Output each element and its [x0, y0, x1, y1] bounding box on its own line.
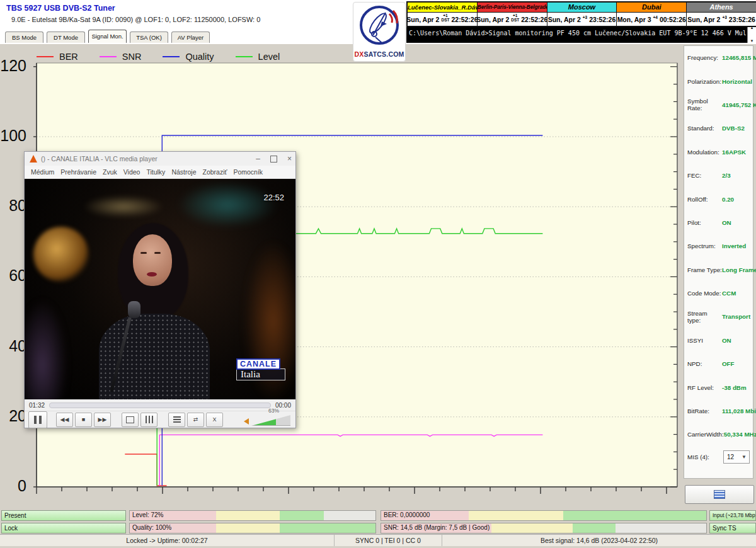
- parameter-value: 16APSK: [722, 149, 750, 156]
- clock-moscow: MoscowSun, Apr 2+323:52:26: [547, 3, 617, 26]
- parameter-row: Frequency:12465,815 MHz: [684, 46, 753, 69]
- seek-bar[interactable]: [49, 402, 271, 408]
- minimize-button[interactable]: –: [256, 154, 260, 163]
- menu-video[interactable]: Video: [123, 168, 140, 176]
- parameter-label: Symbol Rate:: [687, 98, 722, 111]
- meter-zone-yellow: [216, 511, 280, 520]
- microphone: [128, 301, 140, 318]
- close-button[interactable]: ×: [287, 154, 292, 163]
- maximize-button[interactable]: [270, 156, 277, 163]
- parameter-row: Standard:DVB-S2: [684, 117, 753, 140]
- vlc-cone-icon: [30, 155, 37, 163]
- parameter-value: ON: [722, 219, 750, 226]
- meter-label: BER: 0,0000000: [384, 511, 430, 518]
- parameter-value: 41945,752 KS/s: [722, 101, 756, 108]
- parameter-value: Inverted: [722, 243, 750, 249]
- menu-n-stroje[interactable]: Nástroje: [171, 168, 196, 176]
- parameter-label: FEC:: [687, 172, 722, 179]
- clock-berlin-paris-vienna-belgrade: Berlin-Paris-Vienna-BelgradeSun, Apr 2+1…: [478, 3, 547, 26]
- parameter-row: FEC:2/3: [684, 164, 753, 187]
- y-axis-label: 120: [0, 57, 26, 75]
- loop-button[interactable]: ⇄: [187, 413, 204, 427]
- vlc-window[interactable]: () - CANALE ITALIA - VLC media player – …: [24, 151, 296, 428]
- tab-bs-mode[interactable]: BS Mode: [5, 31, 43, 43]
- meter-label: Quality: 100%: [132, 524, 171, 531]
- meter-zone-green: [573, 523, 615, 533]
- parameter-label: ISSYI: [687, 337, 722, 344]
- console-scrollbar[interactable]: ▲ ▼: [747, 26, 756, 43]
- next-button[interactable]: ▶▶: [94, 413, 111, 427]
- menu-zvuk[interactable]: Zvuk: [103, 168, 117, 176]
- tab-dt-mode[interactable]: DT Mode: [47, 31, 85, 43]
- y-axis-label: 60: [0, 266, 26, 285]
- speaker-icon[interactable]: [244, 418, 249, 425]
- world-clocks-panel: Lučenec-Slovakia_R.DávidSun, Apr 2+1DST2…: [406, 1, 756, 27]
- pause-button[interactable]: [28, 411, 47, 428]
- singer-eye: [140, 252, 147, 254]
- fullscreen-button[interactable]: [122, 413, 139, 427]
- y-axis-label: 20: [0, 407, 26, 425]
- menu-zobrazi-[interactable]: Zobraziť: [202, 168, 227, 176]
- scroll-down-icon[interactable]: ▼: [750, 39, 754, 43]
- table-view-button[interactable]: [685, 485, 754, 504]
- console-window[interactable]: C:\Users\Roman Dávid>Signal monitoring_P…: [406, 26, 756, 43]
- equalizer-button[interactable]: [140, 413, 158, 427]
- volume-control[interactable]: 63%: [244, 415, 290, 426]
- console-command-text: C:\Users\Roman Dávid>Signal monitoring_P…: [409, 30, 746, 37]
- clock-time: Sun, Apr 2+323:52:26: [547, 13, 617, 26]
- parameter-value: Horizontal: [722, 78, 752, 85]
- parameter-label: Standard:: [687, 125, 722, 132]
- parameter-row: Spectrum:Inverted: [684, 234, 753, 258]
- status-best-signal: Best signal: 14,6 dB (2023-04-02 22:50): [442, 535, 756, 546]
- stop-button[interactable]: ■: [75, 413, 92, 427]
- canale-italia-logo: CANALE Italia: [236, 358, 285, 380]
- level-meter: Level: 72%: [129, 510, 376, 521]
- meter-zone-yellow: [216, 523, 280, 533]
- shuffle-button[interactable]: X: [206, 413, 223, 427]
- parameter-value: OFF: [722, 360, 750, 367]
- vlc-controls: ◀◀ ■ ▶▶ ⇄ X 63%: [25, 411, 295, 428]
- menu-titulky[interactable]: Titulky: [146, 168, 165, 176]
- parameter-value: 2/3: [722, 172, 750, 179]
- parameter-label: Polarization:: [687, 78, 722, 85]
- mis-label: MIS (4):: [687, 454, 722, 460]
- tab-av-player[interactable]: AV Player: [171, 31, 210, 43]
- logo-text: DXSATCS.COM: [353, 50, 405, 58]
- parameter-value: -38 dBm: [722, 384, 750, 391]
- vlc-video-area[interactable]: 22:52 CANALE Italia: [25, 179, 295, 399]
- parameter-label: Pilot:: [687, 219, 722, 226]
- playlist-button[interactable]: [168, 413, 185, 427]
- menu-pomocn-k[interactable]: Pomocník: [233, 168, 263, 176]
- parameter-label: Modulation:: [687, 149, 722, 156]
- parameter-value: ON: [722, 337, 750, 344]
- meter-zone-gray: [324, 511, 375, 520]
- cymbal: [83, 195, 164, 218]
- vlc-titlebar[interactable]: () - CANALE ITALIA - VLC media player – …: [25, 152, 295, 166]
- sync-ts-indicator: Sync TS: [709, 523, 756, 534]
- parameter-row: ISSYION: [684, 329, 753, 352]
- satellite-dish-logo-icon: [354, 3, 404, 49]
- tab-signal-mon-[interactable]: Signal Mon.: [88, 30, 127, 43]
- menu-prehr-vanie[interactable]: Prehrávanie: [60, 168, 96, 176]
- tab-tsa-ok-[interactable]: TSA (OK): [130, 31, 168, 43]
- mis-dropdown[interactable]: 12 ▼: [723, 450, 750, 464]
- clock-time: Sun, Apr 2+323:52:26: [687, 13, 756, 26]
- parameter-row: CarrierWidth:50,334 MHz: [684, 423, 753, 446]
- parameter-label: RF Level:: [687, 384, 722, 391]
- lock-indicator: Lock: [1, 523, 126, 534]
- parameter-row: Symbol Rate:41945,752 KS/s: [684, 93, 753, 117]
- signal-parameters-panel: Frequency:12465,815 MHzPolarization:Hori…: [684, 45, 753, 479]
- clock-time: Sun, Apr 2+1DST22:52:26: [408, 13, 477, 26]
- volume-slider[interactable]: [251, 415, 290, 426]
- y-axis-label: 100: [0, 127, 26, 145]
- previous-button[interactable]: ◀◀: [56, 413, 73, 427]
- drum: [33, 227, 89, 282]
- parameter-row: Frame Type:Long Frame: [684, 258, 753, 282]
- menu-m-dium[interactable]: Médium: [31, 168, 54, 176]
- dxsatcs-logo: DXSATCS.COM: [353, 2, 406, 62]
- parameter-row: RollOff:0.20: [684, 187, 753, 210]
- chevron-down-icon: ▼: [742, 454, 747, 460]
- legend-color-dash: [163, 56, 180, 57]
- quality-meter: Quality: 100%: [129, 523, 376, 534]
- meter-zone-green: [280, 511, 324, 520]
